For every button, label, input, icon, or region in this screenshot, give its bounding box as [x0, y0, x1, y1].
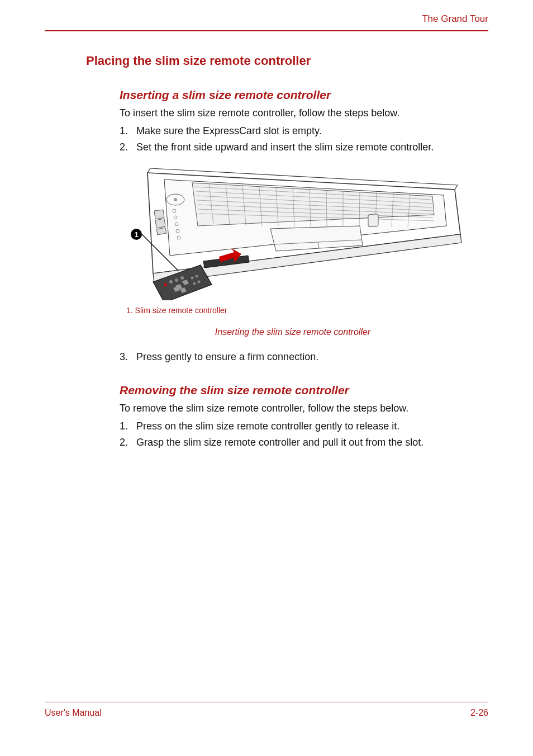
page-footer: User's Manual 2-26: [45, 702, 488, 718]
callout-text: Slim size remote controller: [135, 306, 227, 315]
page-header: The Grand Tour: [45, 13, 488, 31]
svg-point-46: [164, 284, 167, 286]
manual-page: The Grand Tour Placing the slim size rem…: [0, 0, 533, 756]
svg-point-48: [175, 278, 178, 282]
svg-line-2: [455, 185, 458, 190]
laptop-figure: 1: [120, 162, 466, 300]
figure-callout: 1. Slim size remote controller: [126, 306, 488, 315]
removing-intro: To remove the slim size remote controlle…: [120, 401, 488, 415]
chapter-title: The Grand Tour: [422, 13, 488, 24]
item-text: Make sure the ExpressCard slot is empty.: [136, 124, 488, 139]
list-item: 2. Grasp the slim size remote controller…: [120, 435, 488, 450]
inserting-steps-list-cont: 3. Press gently to ensure a firm connect…: [120, 349, 488, 365]
list-item: 2. Set the front side upward and insert …: [120, 140, 488, 155]
svg-point-55: [196, 275, 198, 278]
svg-line-1: [147, 168, 150, 173]
removing-heading: Removing the slim size remote controller: [120, 384, 488, 397]
item-text: Press on the slim size remote controller…: [136, 419, 488, 434]
svg-point-47: [169, 280, 173, 284]
item-number: 2.: [120, 140, 136, 155]
inserting-heading: Inserting a slim size remote controller: [120, 88, 488, 102]
list-item: 3. Press gently to ensure a firm connect…: [120, 349, 488, 365]
svg-rect-36: [368, 214, 378, 227]
svg-text:1: 1: [134, 230, 138, 239]
callout-number: 1.: [126, 306, 133, 315]
svg-point-49: [180, 276, 184, 280]
item-text: Grasp the slim size remote controller an…: [136, 435, 488, 450]
svg-point-27: [174, 198, 177, 201]
laptop-illustration: 1: [120, 162, 466, 300]
item-text: Press gently to ensure a firm connection…: [136, 349, 488, 365]
section-heading: Placing the slim size remote controller: [86, 54, 488, 68]
svg-marker-39: [155, 219, 165, 228]
inserting-intro: To insert the slim size remote controlle…: [120, 106, 488, 120]
figure-caption: Inserting the slim size remote controlle…: [120, 327, 466, 337]
footer-left: User's Manual: [45, 708, 102, 718]
list-item: 1. Press on the slim size remote control…: [120, 419, 488, 434]
inserting-steps-list: 1. Make sure the ExpressCard slot is emp…: [120, 124, 488, 155]
item-text: Set the front side upward and insert the…: [136, 140, 488, 155]
item-number: 1.: [120, 419, 136, 434]
item-number: 2.: [120, 435, 136, 450]
list-item: 1. Make sure the ExpressCard slot is emp…: [120, 124, 488, 139]
svg-point-56: [193, 282, 196, 285]
svg-point-54: [191, 277, 194, 280]
svg-point-57: [198, 281, 201, 284]
removing-steps-list: 1. Press on the slim size remote control…: [120, 419, 488, 450]
footer-page-number: 2-26: [470, 708, 488, 718]
svg-marker-38: [154, 210, 164, 219]
item-number: 3.: [120, 349, 136, 365]
item-number: 1.: [120, 124, 136, 139]
